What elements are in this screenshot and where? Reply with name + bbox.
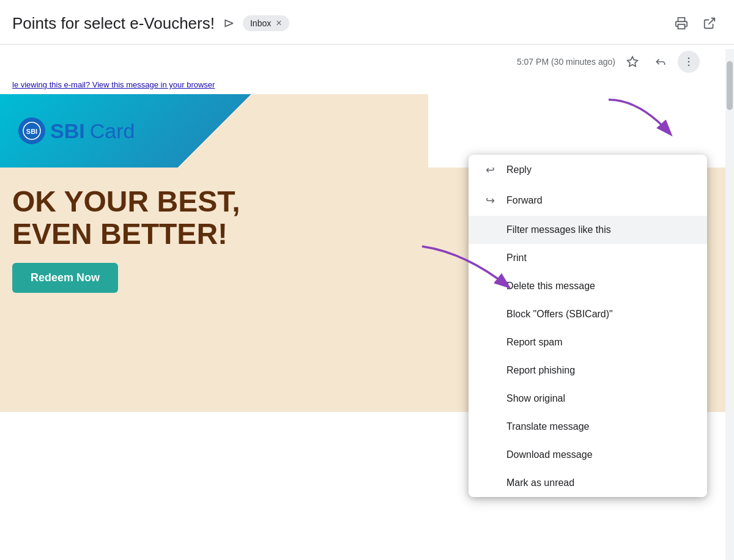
menu-item-label-print: Print [506,252,527,263]
svg-point-3 [688,57,690,59]
email-time: 5:07 PM (30 minutes ago) [517,57,615,67]
forward-icon: ⊳ [223,15,234,31]
menu-item-reply[interactable]: ↩Reply [469,155,707,185]
scrollbar-track[interactable] [725,49,734,560]
redeem-now-button[interactable]: Redeem Now [12,263,118,293]
more-options-button[interactable] [678,51,700,73]
menu-item-translate[interactable]: Translate message [469,413,707,441]
inbox-badge: Inbox × [243,15,289,31]
menu-item-label-original: Show original [506,393,565,404]
menu-item-forward[interactable]: ↪Forward [469,185,707,216]
menu-item-label-delete: Delete this message [506,281,595,292]
menu-item-label-download: Download message [506,449,593,460]
print-button[interactable] [669,11,694,35]
svg-point-5 [688,65,690,67]
menu-item-print[interactable]: Print [469,244,707,272]
svg-marker-2 [628,57,638,67]
menu-item-filter[interactable]: Filter messages like this [469,216,707,244]
menu-item-label-filter: Filter messages like this [506,224,611,235]
menu-item-label-reply: Reply [506,164,532,175]
menu-item-unread[interactable]: Mark as unread [469,469,707,497]
dropdown-menu: ↩Reply↪ForwardFilter messages like thisP… [469,155,707,497]
open-new-window-button[interactable] [697,11,722,35]
header-actions [669,11,722,35]
menu-item-label-spam: Report spam [506,337,563,348]
email-header: Points for select e-Vouchers! ⊳ Inbox × [0,0,734,45]
menu-item-label-translate: Translate message [506,421,589,432]
sbi-banner: SBI SBI Card [0,94,428,168]
menu-item-spam[interactable]: Report spam [469,328,707,356]
menu-item-label-phishing: Report phishing [506,365,575,376]
svg-line-1 [708,18,714,24]
menu-item-icon-forward: ↪ [483,194,497,207]
email-meta-row: 5:07 PM (30 minutes ago) [0,45,734,75]
menu-item-download[interactable]: Download message [469,441,707,469]
email-subject: Points for select e-Vouchers! [12,14,215,33]
email-title-row: Points for select e-Vouchers! ⊳ Inbox × [12,14,289,33]
menu-item-delete[interactable]: Delete this message [469,272,707,300]
menu-item-label-block: Block "Offers (SBICard)" [506,309,613,320]
sbi-text: SBI [50,119,85,143]
menu-item-block[interactable]: Block "Offers (SBICard)" [469,300,707,328]
inbox-badge-close[interactable]: × [276,18,281,29]
svg-point-4 [688,61,690,63]
sbi-card-text: Card [90,119,135,143]
scrollbar-thumb[interactable] [727,61,733,110]
reply-button[interactable] [650,51,672,73]
svg-rect-0 [678,24,685,29]
svg-text:SBI: SBI [26,128,37,135]
inbox-label: Inbox [250,18,271,28]
email-preview-link[interactable]: le viewing this e-mail? View this messag… [0,75,734,94]
menu-item-label-unread: Mark as unread [506,477,574,488]
email-content-area: le viewing this e-mail? View this messag… [0,75,734,553]
menu-item-original[interactable]: Show original [469,385,707,413]
menu-item-phishing[interactable]: Report phishing [469,356,707,385]
star-button[interactable] [621,51,643,73]
menu-item-icon-reply: ↩ [483,163,497,177]
menu-item-label-forward: Forward [506,195,543,206]
